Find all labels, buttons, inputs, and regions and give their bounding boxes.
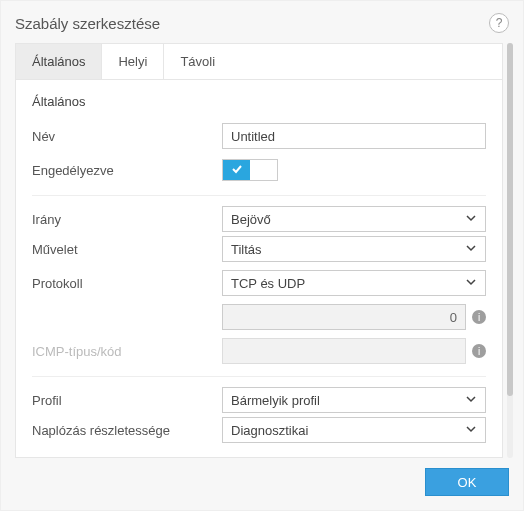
row-direction: Irány Bejövő [32,195,486,232]
dialog-header: Szabály szerkesztése ? [1,1,523,43]
edit-rule-dialog: Szabály szerkesztése ? Általános Helyi T… [0,0,524,511]
row-protocol: Protokoll TCP és UDP [32,266,486,300]
row-enabled: Engedélyezve [32,153,486,187]
scrollbar-thumb[interactable] [507,43,513,396]
row-profile: Profil Bármelyik profil [32,376,486,413]
form-general: Általános Név Engedélyezve [16,80,502,457]
direction-value: Bejövő [231,212,271,227]
row-action: Művelet Tiltás [32,232,486,266]
label-enabled: Engedélyezve [32,163,222,178]
tab-remote[interactable]: Távoli [164,44,231,79]
chevron-down-icon [465,423,477,438]
protocol-value: TCP és UDP [231,276,305,291]
tab-label: Általános [32,54,85,69]
tab-bar: Általános Helyi Távoli [16,44,502,80]
content-panel: Általános Helyi Távoli Általános Név [15,43,503,458]
chevron-down-icon [465,242,477,257]
content-wrap: Általános Helyi Távoli Általános Név [1,43,523,458]
label-protocol: Protokoll [32,276,222,291]
label-icmp: ICMP-típus/kód [32,344,222,359]
help-icon[interactable]: ? [489,13,509,33]
check-icon [231,163,243,178]
logging-value: Diagnosztikai [231,423,308,438]
tab-label: Távoli [180,54,215,69]
action-select[interactable]: Tiltás [222,236,486,262]
row-icmp: ICMP-típus/kód i [32,334,486,368]
label-profile: Profil [32,393,222,408]
scrollbar[interactable] [507,43,513,458]
icmp-input [222,338,466,364]
profile-value: Bármelyik profil [231,393,320,408]
ok-button[interactable]: OK [425,468,509,496]
label-logging: Naplózás részletessége [32,423,222,438]
direction-select[interactable]: Bejövő [222,206,486,232]
label-name: Név [32,129,222,144]
section-heading: Általános [32,94,486,109]
info-icon[interactable]: i [472,310,486,324]
row-logging: Naplózás részletessége Diagnosztikai [32,413,486,447]
protocol-select[interactable]: TCP és UDP [222,270,486,296]
tab-local[interactable]: Helyi [102,44,164,79]
profile-select[interactable]: Bármelyik profil [222,387,486,413]
info-icon[interactable]: i [472,344,486,358]
dialog-title: Szabály szerkesztése [15,15,160,32]
row-name: Név [32,119,486,153]
enabled-toggle[interactable] [222,159,278,181]
chevron-down-icon [465,212,477,227]
logging-select[interactable]: Diagnosztikai [222,417,486,443]
port-input: 0 [222,304,466,330]
chevron-down-icon [465,276,477,291]
name-input[interactable] [222,123,486,149]
row-port: 0 i [32,300,486,334]
label-action: Művelet [32,242,222,257]
action-value: Tiltás [231,242,262,257]
chevron-down-icon [465,393,477,408]
label-direction: Irány [32,212,222,227]
tab-general[interactable]: Általános [16,44,102,79]
dialog-footer: OK [1,458,523,510]
ok-label: OK [458,475,477,490]
tab-label: Helyi [118,54,147,69]
port-value: 0 [450,310,457,325]
